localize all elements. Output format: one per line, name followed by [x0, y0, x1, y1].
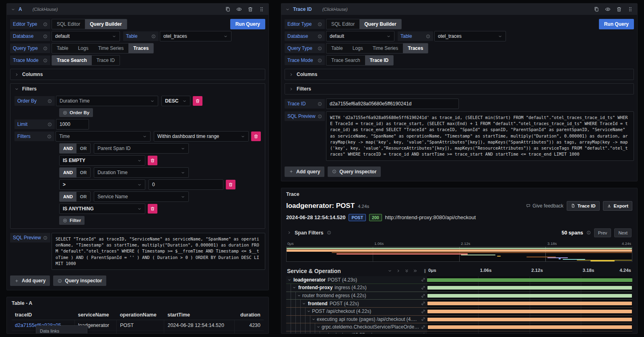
collapse-chevron-icon[interactable]: [11, 7, 15, 12]
trace-search-option[interactable]: Trace Search: [326, 55, 365, 65]
condition-op-select[interactable]: >: [59, 179, 145, 190]
span-name[interactable]: dns.lookup (65.57ms): [286, 331, 427, 334]
duplicate-query-icon[interactable]: [594, 6, 599, 12]
query-type-traces[interactable]: Traces: [403, 43, 428, 53]
panel-a-header[interactable]: A (ClickHouse): [7, 4, 268, 15]
condition-value-input[interactable]: [149, 179, 223, 190]
span-name[interactable]: frontend-proxyingress (4.22s): [286, 284, 427, 292]
span-collapse-icon[interactable]: [305, 309, 312, 313]
trace-search-option[interactable]: Trace Search: [52, 55, 92, 65]
span-bar-area[interactable]: [427, 308, 632, 315]
span-name[interactable]: frontendPOST (4.22s): [286, 300, 427, 307]
span-link-icon[interactable]: [419, 309, 427, 314]
info-icon[interactable]: [318, 46, 322, 51]
span-collapse-icon[interactable]: [315, 325, 322, 329]
info-icon[interactable]: [47, 134, 52, 139]
info-icon[interactable]: [43, 58, 47, 63]
table-select[interactable]: otel_traces: [434, 31, 506, 41]
span-link-icon[interactable]: [419, 301, 427, 306]
hide-response-icon[interactable]: [605, 6, 611, 12]
info-icon[interactable]: [43, 46, 47, 51]
span-bar-area[interactable]: [427, 316, 632, 323]
condition-field-select[interactable]: Parent Span ID: [94, 143, 189, 154]
filters-header[interactable]: Filters: [289, 86, 630, 92]
duplicate-query-icon[interactable]: [225, 6, 231, 12]
next-button[interactable]: Next: [614, 228, 632, 237]
span-name[interactable]: loadgeneratorPOST (4.23s): [286, 276, 427, 284]
filters-header[interactable]: Filters: [14, 86, 261, 92]
span-bar-area[interactable]: 65.57ms: [427, 331, 632, 334]
remove-condition-button[interactable]: [226, 180, 235, 189]
delete-query-icon[interactable]: [616, 6, 622, 12]
run-query-button[interactable]: Run Query: [230, 19, 265, 29]
span-collapse-icon[interactable]: [310, 317, 317, 321]
span-bar-area[interactable]: [427, 323, 632, 331]
trace-id-input[interactable]: [326, 99, 459, 109]
table-select[interactable]: otel_traces: [160, 31, 231, 41]
query-type-table[interactable]: Table: [326, 43, 348, 53]
condition-field-select[interactable]: Service Name: [94, 191, 189, 202]
prev-button[interactable]: Prev: [594, 228, 611, 237]
span-link-icon[interactable]: [419, 317, 427, 321]
span-bar-area[interactable]: [427, 276, 632, 284]
info-icon[interactable]: [318, 58, 322, 63]
info-icon[interactable]: [43, 236, 47, 240]
span-collapse-icon[interactable]: [296, 294, 302, 298]
col-header-duration[interactable]: duration: [234, 310, 264, 320]
query-type-timeseries[interactable]: Time Series: [93, 43, 129, 53]
add-order-by-button[interactable]: Order By: [59, 108, 93, 117]
add-filter-button[interactable]: Filter: [59, 216, 85, 225]
sql-editor-option[interactable]: SQL Editor: [52, 19, 85, 29]
span-link-icon[interactable]: [419, 277, 427, 282]
info-icon[interactable]: [47, 99, 52, 103]
query-inspector-button[interactable]: Query inspector: [328, 166, 381, 177]
logic-or[interactable]: OR: [76, 144, 91, 153]
condition-op-select[interactable]: IS EMPTY: [59, 155, 145, 166]
span-bar[interactable]: [427, 302, 632, 305]
collapse-one-icon[interactable]: [388, 269, 392, 273]
drag-handle-icon[interactable]: [259, 6, 264, 12]
col-header-starttime[interactable]: startTime: [164, 310, 234, 320]
give-feedback-link[interactable]: Give feedback: [526, 203, 564, 209]
info-icon[interactable]: [586, 230, 591, 235]
span-link-icon[interactable]: [419, 333, 427, 334]
logic-and[interactable]: AND: [60, 192, 76, 201]
trace-id-option[interactable]: Trace ID: [92, 55, 120, 65]
logic-and[interactable]: AND: [60, 168, 76, 177]
span-bar-area[interactable]: [427, 300, 632, 307]
query-type-logs[interactable]: Logs: [348, 43, 368, 53]
remove-order-by-button[interactable]: [193, 96, 202, 106]
column-resize-handle[interactable]: ||: [424, 269, 425, 273]
run-query-button[interactable]: Run Query: [599, 19, 634, 29]
info-icon[interactable]: [318, 22, 322, 27]
span-collapse-icon[interactable]: [291, 286, 297, 290]
query-type-timeseries[interactable]: Time Series: [368, 43, 403, 53]
logic-and[interactable]: AND: [60, 144, 76, 153]
span-link-icon[interactable]: [419, 325, 427, 329]
export-button[interactable]: Export: [603, 201, 632, 211]
expand-one-icon[interactable]: [396, 269, 400, 273]
col-header-operationname[interactable]: operationName: [117, 310, 164, 320]
col-header-traceid[interactable]: traceID: [12, 310, 75, 320]
span-link-icon[interactable]: [419, 286, 427, 290]
trace-id-option[interactable]: Trace ID: [365, 55, 394, 65]
panel-traceid-header[interactable]: Trace ID (ClickHouse): [281, 4, 637, 15]
collapse-all-icon[interactable]: [405, 269, 409, 273]
span-name[interactable]: executing api route (pages) /api/checkou…: [286, 316, 427, 323]
query-inspector-button[interactable]: Query inspector: [53, 275, 106, 286]
span-bar[interactable]: [428, 333, 431, 334]
query-builder-option[interactable]: Query Builder: [359, 19, 401, 29]
info-icon[interactable]: [151, 34, 156, 39]
trace-minimap[interactable]: 0μs1.06s2.12s3.18s4.24s: [286, 241, 632, 262]
remove-filter-button[interactable]: [251, 132, 261, 141]
minimap-canvas[interactable]: [286, 247, 632, 262]
query-type-traces[interactable]: Traces: [128, 43, 153, 53]
delete-query-icon[interactable]: [248, 6, 253, 12]
span-bar[interactable]: [427, 318, 632, 321]
span-bar-area[interactable]: [427, 292, 632, 300]
chevron-right-icon[interactable]: [287, 230, 291, 235]
query-builder-option[interactable]: Query Builder: [85, 19, 126, 29]
filter-field-select[interactable]: Time: [56, 131, 151, 142]
condition-field-select[interactable]: Duration Time: [94, 167, 189, 178]
logic-or[interactable]: OR: [76, 168, 91, 177]
